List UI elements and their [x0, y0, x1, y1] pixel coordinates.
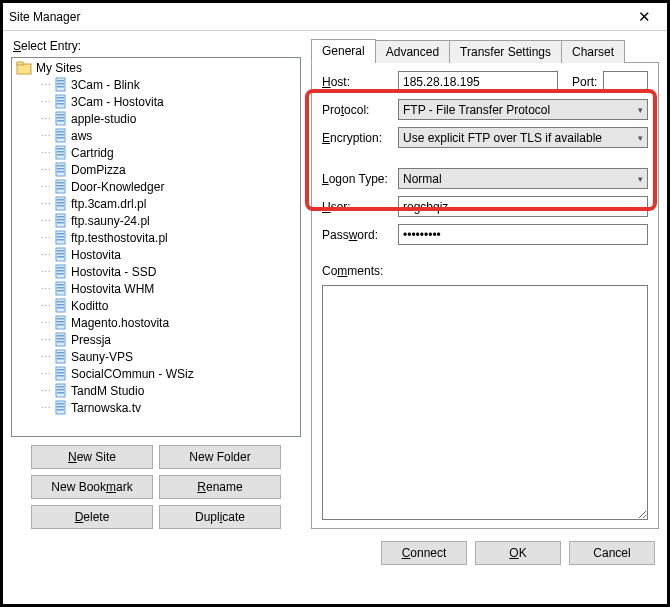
- chevron-down-icon: ▾: [638, 174, 643, 184]
- delete-button[interactable]: Delete: [31, 505, 153, 529]
- protocol-select[interactable]: FTP - File Transfer Protocol▾: [398, 99, 648, 120]
- tree-item[interactable]: ⋯Koditto: [12, 297, 300, 314]
- ok-button[interactable]: OK: [475, 541, 561, 565]
- tree-item[interactable]: ⋯SocialCOmmun - WSiz: [12, 365, 300, 382]
- tree-item-label: 3Cam - Blink: [71, 78, 140, 92]
- svg-rect-8: [57, 100, 64, 102]
- tree-item-label: Door-Knowledger: [71, 180, 164, 194]
- tree-item-label: 3Cam - Hostovita: [71, 95, 164, 109]
- host-label: Host:: [322, 75, 392, 89]
- svg-rect-63: [57, 335, 64, 337]
- port-input[interactable]: [603, 71, 648, 92]
- tree-item[interactable]: ⋯Cartridg: [12, 144, 300, 161]
- tree-item-label: Magento.hostovita: [71, 316, 169, 330]
- tab-transfer[interactable]: Transfer Settings: [449, 40, 562, 63]
- svg-rect-65: [57, 341, 64, 343]
- tree-item[interactable]: ⋯Hostovita WHM: [12, 280, 300, 297]
- svg-rect-73: [57, 375, 64, 377]
- tree-guide-icon: ⋯: [40, 300, 52, 311]
- tree-item[interactable]: ⋯ftp.3cam.drl.pl: [12, 195, 300, 212]
- server-icon: [54, 400, 67, 415]
- user-input[interactable]: [398, 196, 648, 217]
- svg-rect-15: [57, 131, 64, 133]
- tree-item[interactable]: ⋯DomPizza: [12, 161, 300, 178]
- password-input[interactable]: [398, 224, 648, 245]
- rename-button[interactable]: Rename: [159, 475, 281, 499]
- tree-item-label: SocialCOmmun - WSiz: [71, 367, 194, 381]
- tree-item[interactable]: ⋯Door-Knowledger: [12, 178, 300, 195]
- tree-item[interactable]: ⋯TandM Studio: [12, 382, 300, 399]
- tree-guide-icon: ⋯: [40, 130, 52, 141]
- svg-rect-13: [57, 120, 64, 122]
- new-site-button[interactable]: New Site: [31, 445, 153, 469]
- encryption-label: Encryption:: [322, 131, 392, 145]
- new-folder-button[interactable]: New Folder: [159, 445, 281, 469]
- svg-rect-28: [57, 185, 64, 187]
- tree-item[interactable]: ⋯Pressja: [12, 331, 300, 348]
- tree-item[interactable]: ⋯Tarnowska.tv: [12, 399, 300, 416]
- svg-rect-67: [57, 352, 64, 354]
- comments-textarea[interactable]: [322, 285, 648, 520]
- tree-item[interactable]: ⋯aws: [12, 127, 300, 144]
- server-icon: [54, 94, 67, 109]
- svg-rect-31: [57, 199, 64, 201]
- server-icon: [54, 179, 67, 194]
- svg-rect-23: [57, 165, 64, 167]
- svg-rect-68: [57, 355, 64, 357]
- tree-item[interactable]: ⋯Magento.hostovita: [12, 314, 300, 331]
- tree-guide-icon: ⋯: [40, 147, 52, 158]
- tree-guide-icon: ⋯: [40, 249, 52, 260]
- tree-item[interactable]: ⋯Sauny-VPS: [12, 348, 300, 365]
- encryption-select[interactable]: Use explicit FTP over TLS if available▾: [398, 127, 648, 148]
- new-bookmark-button[interactable]: New Bookmark: [31, 475, 153, 499]
- tree-item[interactable]: ⋯Hostovita: [12, 246, 300, 263]
- duplicate-button[interactable]: Duplicate: [159, 505, 281, 529]
- tab-advanced[interactable]: Advanced: [375, 40, 450, 63]
- svg-rect-32: [57, 202, 64, 204]
- tree-guide-icon: ⋯: [40, 96, 52, 107]
- svg-rect-48: [57, 270, 64, 272]
- host-input[interactable]: [398, 71, 558, 92]
- tree-item-label: aws: [71, 129, 92, 143]
- tree-item[interactable]: ⋯ftp.sauny-24.pl: [12, 212, 300, 229]
- svg-rect-44: [57, 253, 64, 255]
- tree-item-label: Pressja: [71, 333, 111, 347]
- logon-type-select[interactable]: Normal▾: [398, 168, 648, 189]
- cancel-button[interactable]: Cancel: [569, 541, 655, 565]
- svg-rect-19: [57, 148, 64, 150]
- site-tree[interactable]: My Sites ⋯3Cam - Blink⋯3Cam - Hostovita⋯…: [11, 57, 301, 437]
- tab-general[interactable]: General: [311, 39, 376, 63]
- tab-charset[interactable]: Charset: [561, 40, 625, 63]
- server-icon: [54, 298, 67, 313]
- tree-guide-icon: ⋯: [40, 232, 52, 243]
- svg-rect-79: [57, 403, 64, 405]
- tree-item[interactable]: ⋯3Cam - Hostovita: [12, 93, 300, 110]
- tree-item[interactable]: ⋯ftp.testhostovita.pl: [12, 229, 300, 246]
- tree-item[interactable]: ⋯Hostovita - SSD: [12, 263, 300, 280]
- password-label: Password:: [322, 228, 392, 242]
- svg-rect-72: [57, 372, 64, 374]
- tree-guide-icon: ⋯: [40, 215, 52, 226]
- tree-item[interactable]: ⋯3Cam - Blink: [12, 76, 300, 93]
- server-icon: [54, 128, 67, 143]
- tree-guide-icon: ⋯: [40, 368, 52, 379]
- svg-rect-20: [57, 151, 64, 153]
- svg-rect-60: [57, 321, 64, 323]
- select-entry-label: Select Entry:: [13, 39, 301, 53]
- server-icon: [54, 332, 67, 347]
- close-icon[interactable]: ✕: [627, 8, 661, 26]
- svg-rect-77: [57, 392, 64, 394]
- svg-rect-57: [57, 307, 64, 309]
- server-icon: [54, 383, 67, 398]
- connect-button[interactable]: Connect: [381, 541, 467, 565]
- chevron-down-icon: ▾: [638, 105, 643, 115]
- svg-rect-17: [57, 137, 64, 139]
- svg-rect-55: [57, 301, 64, 303]
- port-label: Port:: [572, 75, 597, 89]
- tree-item-label: Hostovita WHM: [71, 282, 154, 296]
- tree-guide-icon: ⋯: [40, 113, 52, 124]
- tree-root[interactable]: My Sites: [12, 60, 300, 76]
- svg-rect-33: [57, 205, 64, 207]
- tree-item-label: apple-studio: [71, 112, 136, 126]
- tree-item[interactable]: ⋯apple-studio: [12, 110, 300, 127]
